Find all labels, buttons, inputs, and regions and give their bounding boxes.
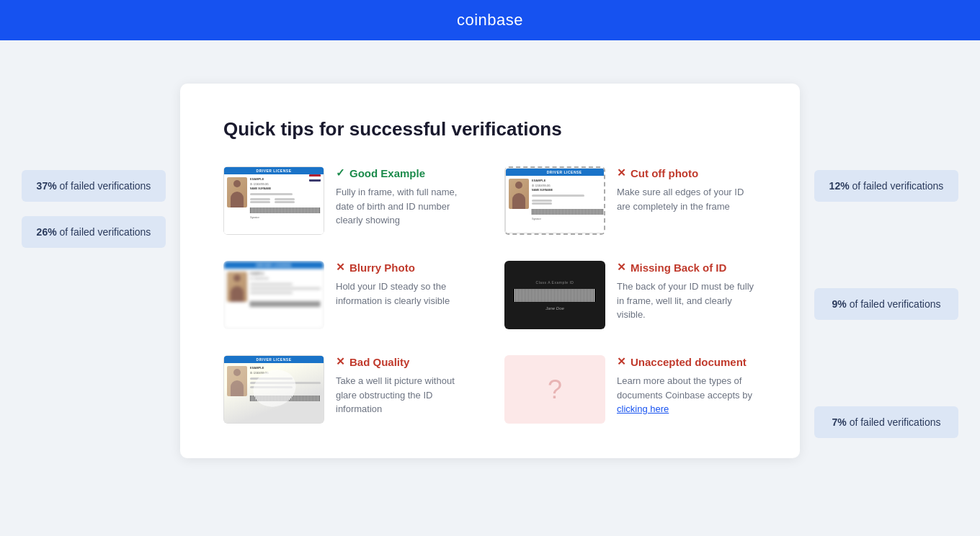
badge-9-percent: 9% — [832, 298, 847, 310]
app-header: coinbase — [0, 0, 980, 40]
badge-37-percent: 37% — [37, 180, 57, 192]
good-example-label: Good Example — [349, 167, 425, 179]
unaccepted-desc: Learn more about the types of documents … — [617, 374, 757, 416]
x-icon-cutoff: ✕ — [617, 166, 626, 179]
page-body: 37% of failed verifications 26% of faile… — [0, 40, 980, 501]
cut-off-label-row: ✕ Cut off photo — [617, 166, 757, 179]
right-badges: 12% of failed verifications 9% of failed… — [814, 170, 958, 438]
page-title: Quick tips for successful verifications — [223, 118, 757, 140]
coinbase-logo: coinbase — [457, 11, 523, 30]
unaccepted-label-row: ✕ Unaccepted document — [617, 355, 757, 368]
good-example-label-row: ✓ Good Example — [336, 166, 476, 179]
tip-missing-back: Class A Example ID Jane Doe ✕ Missing Ba… — [504, 261, 757, 329]
missing-back-label: Missing Back of ID — [631, 262, 726, 274]
badge-7-label: of failed verifications — [850, 416, 941, 428]
tip-unaccepted: ? ✕ Unaccepted document Learn more about… — [504, 355, 757, 424]
badge-12-percent: 12% — [829, 180, 850, 192]
bad-quality-image: DRIVER LICENSE EXAMPLE ID: 123456789-005 — [223, 355, 324, 424]
main-card: Quick tips for successful verifications … — [180, 84, 800, 458]
blurry-image: DRIVER LICENSE EXAMPLE ID: 123456789-005 — [223, 261, 324, 329]
clicking-here-link[interactable]: clicking here — [617, 403, 669, 414]
badge-12: 12% of failed verifications — [814, 170, 958, 202]
x-icon-unaccepted: ✕ — [617, 355, 626, 368]
badge-7: 7% of failed verifications — [814, 406, 958, 438]
cut-off-content: ✕ Cut off photo Make sure all edges of y… — [617, 166, 757, 213]
badge-26-label: of failed verifications — [60, 226, 151, 238]
cut-off-desc: Make sure all edges of your ID are compl… — [617, 185, 757, 213]
badge-26: 26% of failed verifications — [22, 216, 166, 248]
blurry-label: Blurry Photo — [349, 262, 415, 274]
x-icon-missing-back: ✕ — [617, 261, 626, 274]
bad-quality-label-row: ✕ Bad Quality — [336, 355, 476, 368]
tip-cut-off: DRIVER LICENSE EXAMPLE ID: 123456789-005… — [504, 166, 757, 235]
bad-quality-desc: Take a well lit picture without glare ob… — [336, 374, 476, 416]
badge-37: 37% of failed verifications — [22, 170, 166, 202]
x-icon-bad-quality: ✕ — [336, 355, 345, 368]
badge-12-label: of failed verifications — [852, 180, 944, 192]
good-example-desc: Fully in frame, with full name, date of … — [336, 185, 476, 228]
blurry-label-row: ✕ Blurry Photo — [336, 261, 476, 274]
check-icon: ✓ — [336, 166, 345, 179]
tips-grid: DRIVER LICENSE EXAMPLE ID: 123456789-005… — [223, 166, 757, 424]
bad-quality-label: Bad Quality — [349, 356, 409, 368]
badge-9-label: of failed verifications — [850, 298, 941, 310]
question-mark-icon: ? — [548, 375, 562, 405]
badge-26-percent: 26% — [37, 226, 57, 238]
badge-37-label: of failed verifications — [60, 180, 151, 192]
tip-bad-quality: DRIVER LICENSE EXAMPLE ID: 123456789-005 — [223, 355, 476, 424]
missing-back-image: Class A Example ID Jane Doe — [504, 261, 605, 329]
cut-off-label: Cut off photo — [631, 167, 698, 179]
left-badges: 37% of failed verifications 26% of faile… — [22, 170, 166, 248]
tip-good-example: DRIVER LICENSE EXAMPLE ID: 123456789-005… — [223, 166, 476, 235]
blurry-content: ✕ Blurry Photo Hold your ID steady so th… — [336, 261, 476, 308]
missing-back-desc: The back of your ID must be fully in fra… — [617, 280, 757, 322]
unaccepted-label: Unaccepted document — [631, 356, 747, 368]
missing-back-label-row: ✕ Missing Back of ID — [617, 261, 757, 274]
unaccepted-content: ✕ Unaccepted document Learn more about t… — [617, 355, 757, 416]
x-icon-blurry: ✕ — [336, 261, 345, 274]
badge-7-percent: 7% — [832, 416, 847, 428]
good-example-image: DRIVER LICENSE EXAMPLE ID: 123456789-005… — [223, 166, 324, 235]
unaccepted-image: ? — [504, 355, 605, 424]
badge-9: 9% of failed verifications — [814, 288, 958, 320]
good-example-content: ✓ Good Example Fully in frame, with full… — [336, 166, 476, 228]
cut-off-image: DRIVER LICENSE EXAMPLE ID: 123456789-005… — [504, 166, 605, 235]
tip-blurry: DRIVER LICENSE EXAMPLE ID: 123456789-005 — [223, 261, 476, 329]
missing-back-content: ✕ Missing Back of ID The back of your ID… — [617, 261, 757, 322]
bad-quality-content: ✕ Bad Quality Take a well lit picture wi… — [336, 355, 476, 416]
blurry-desc: Hold your ID steady so the information i… — [336, 280, 476, 308]
